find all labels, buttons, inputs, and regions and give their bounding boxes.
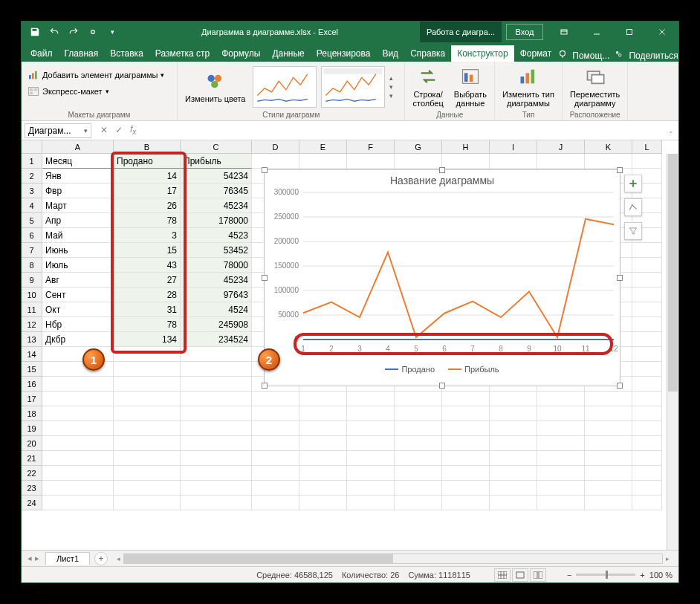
cell-H19[interactable] <box>442 421 490 436</box>
cell-D18[interactable] <box>252 406 299 421</box>
cell-B18[interactable] <box>114 406 181 421</box>
cell-A21[interactable] <box>42 451 114 466</box>
cell-B6[interactable]: 3 <box>114 228 181 243</box>
cell-E18[interactable] <box>299 406 347 421</box>
cell-I24[interactable] <box>490 496 537 510</box>
row-header-10[interactable]: 10 <box>22 288 42 302</box>
cell-F23[interactable] <box>347 481 395 496</box>
cell-L22[interactable] <box>632 466 662 481</box>
cell-C13[interactable]: 234524 <box>181 332 252 347</box>
cell-A3[interactable]: Фвр <box>42 184 114 198</box>
cell-H20[interactable] <box>442 436 490 451</box>
cell-A4[interactable]: Март <box>42 198 114 213</box>
row-header-1[interactable]: 1 <box>22 154 42 169</box>
tab-format[interactable]: Формат <box>514 45 558 62</box>
cell-H17[interactable] <box>442 392 490 406</box>
cell-L11[interactable] <box>632 302 662 317</box>
row-header-15[interactable]: 15 <box>22 362 42 377</box>
cell-G23[interactable] <box>395 481 442 496</box>
cell-C4[interactable]: 45234 <box>181 198 252 213</box>
cell-I17[interactable] <box>490 392 537 406</box>
cell-I18[interactable] <box>490 406 537 421</box>
cell-F20[interactable] <box>347 436 395 451</box>
col-header-B[interactable]: B <box>114 140 181 154</box>
cell-H21[interactable] <box>442 451 490 466</box>
cell-H24[interactable] <box>442 496 490 510</box>
cell-G19[interactable] <box>395 421 442 436</box>
cell-C14[interactable] <box>181 347 252 362</box>
tab-page-layout[interactable]: Разметка стр <box>149 45 215 62</box>
cell-B13[interactable]: 134 <box>114 332 181 347</box>
cell-I21[interactable] <box>490 451 537 466</box>
tab-review[interactable]: Рецензирова <box>311 45 377 62</box>
cell-C11[interactable]: 4524 <box>181 302 252 317</box>
tell-me-label[interactable]: Помощ... <box>572 51 609 61</box>
cell-L12[interactable] <box>632 317 662 332</box>
tab-insert[interactable]: Вставка <box>104 45 149 62</box>
row-header-23[interactable]: 23 <box>22 481 42 496</box>
cell-J18[interactable] <box>537 406 585 421</box>
cell-C18[interactable] <box>181 406 252 421</box>
qat-dropdown-icon[interactable]: ▾ <box>105 25 120 39</box>
style-more-icon[interactable]: ▾ <box>389 92 400 100</box>
cell-L9[interactable] <box>632 273 662 288</box>
zoom-in-icon[interactable]: + <box>640 571 644 579</box>
redo-icon[interactable] <box>66 25 81 39</box>
cell-B15[interactable] <box>114 362 181 377</box>
cell-B20[interactable] <box>114 436 181 451</box>
cell-B19[interactable] <box>114 421 181 436</box>
cell-B12[interactable]: 78 <box>114 317 181 332</box>
cell-D22[interactable] <box>252 466 299 481</box>
cell-J21[interactable] <box>537 451 585 466</box>
cell-C3[interactable]: 76345 <box>181 184 252 198</box>
cell-A20[interactable] <box>42 436 114 451</box>
add-sheet-button[interactable]: + <box>94 552 108 565</box>
cell-A22[interactable] <box>42 466 114 481</box>
cell-A10[interactable]: Сент <box>42 288 114 302</box>
cell-D19[interactable] <box>252 421 299 436</box>
row-header-16[interactable]: 16 <box>22 377 42 392</box>
move-chart-button[interactable]: Переместить диаграмму <box>567 65 623 109</box>
chart-styles-button[interactable] <box>624 198 642 216</box>
cell-A9[interactable]: Авг <box>42 273 114 288</box>
formula-cancel-icon[interactable]: ✕ <box>100 125 108 135</box>
quick-layout-button[interactable]: Экспресс-макет▾ <box>26 84 111 99</box>
row-header-3[interactable]: 3 <box>22 184 42 198</box>
row-header-21[interactable]: 21 <box>22 451 42 466</box>
cell-B9[interactable]: 27 <box>114 273 181 288</box>
cell-B3[interactable]: 17 <box>114 184 181 198</box>
cell-B4[interactable]: 26 <box>114 198 181 213</box>
cell-C6[interactable]: 4523 <box>181 228 252 243</box>
col-header-C[interactable]: C <box>181 140 252 154</box>
style-scroll-down-icon[interactable]: ▾ <box>389 83 400 91</box>
cell-C16[interactable] <box>181 377 252 392</box>
cell-L7[interactable] <box>632 243 662 258</box>
cell-A12[interactable]: Нбр <box>42 317 114 332</box>
cell-J22[interactable] <box>537 466 585 481</box>
cell-A17[interactable] <box>42 392 114 406</box>
cell-D20[interactable] <box>252 436 299 451</box>
chart-plot-area[interactable]: 0500001000001500002000002500003000001234… <box>265 188 621 359</box>
cell-H1[interactable] <box>442 154 490 169</box>
col-header-F[interactable]: F <box>347 140 395 154</box>
cell-L17[interactable] <box>632 392 662 406</box>
cell-A1[interactable]: Месяц <box>42 154 114 169</box>
cell-B8[interactable]: 43 <box>114 258 181 273</box>
cell-B7[interactable]: 15 <box>114 243 181 258</box>
chart-elements-button[interactable] <box>624 175 642 192</box>
cell-F18[interactable] <box>347 406 395 421</box>
cell-L14[interactable] <box>632 347 662 362</box>
cell-B21[interactable] <box>114 451 181 466</box>
col-header-K[interactable]: K <box>585 140 632 154</box>
sheet-nav-prev-icon[interactable]: ◂ <box>27 553 32 563</box>
col-header-I[interactable]: I <box>490 140 537 154</box>
add-chart-element-button[interactable]: Добавить элемент диаграммы▾ <box>26 68 166 82</box>
row-header-24[interactable]: 24 <box>22 496 42 510</box>
cell-C2[interactable]: 54234 <box>181 169 252 184</box>
tab-design[interactable]: Конструктор <box>451 45 513 62</box>
name-box[interactable]: Диаграм...▾ <box>25 123 91 138</box>
cell-G21[interactable] <box>395 451 442 466</box>
zoom-out-icon[interactable]: − <box>567 571 571 579</box>
share-icon[interactable] <box>614 49 624 62</box>
row-header-9[interactable]: 9 <box>22 273 42 288</box>
